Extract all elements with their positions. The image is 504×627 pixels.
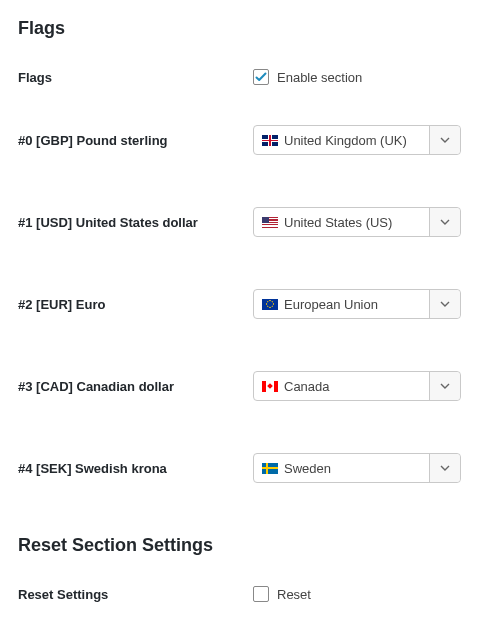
chevron-down-icon[interactable] — [430, 208, 460, 236]
us-flag-icon — [262, 217, 278, 228]
enable-section-checkbox-wrap[interactable]: Enable section — [253, 69, 362, 85]
country-select[interactable]: Sweden — [253, 453, 461, 483]
country-select-value: Sweden — [254, 454, 430, 482]
chevron-down-icon[interactable] — [430, 454, 460, 482]
enable-section-checkbox-label: Enable section — [277, 70, 362, 85]
currency-row-label: #2 [EUR] Euro — [18, 297, 253, 312]
country-select-value: United Kingdom (UK) — [254, 126, 430, 154]
chevron-down-icon[interactable] — [430, 126, 460, 154]
reset-settings-row: Reset Settings Reset — [18, 586, 486, 602]
country-select-text: United Kingdom (UK) — [284, 133, 407, 148]
country-select[interactable]: European Union — [253, 289, 461, 319]
ca-flag-icon — [262, 381, 278, 392]
country-select-value: European Union — [254, 290, 430, 318]
country-select-text: United States (US) — [284, 215, 392, 230]
country-select-text: European Union — [284, 297, 378, 312]
country-select[interactable]: Canada — [253, 371, 461, 401]
enable-section-checkbox[interactable] — [253, 69, 269, 85]
currency-row: #3 [CAD] Canadian dollarCanada — [18, 371, 486, 401]
reset-heading: Reset Section Settings — [18, 535, 486, 556]
se-flag-icon — [262, 463, 278, 474]
country-select-value: United States (US) — [254, 208, 430, 236]
currency-row: #0 [GBP] Pound sterlingUnited Kingdom (U… — [18, 125, 486, 155]
enable-section-row: Flags Enable section — [18, 69, 486, 85]
country-select[interactable]: United Kingdom (UK) — [253, 125, 461, 155]
check-icon — [255, 71, 267, 83]
reset-checkbox-label: Reset — [277, 587, 311, 602]
currency-row-label: #3 [CAD] Canadian dollar — [18, 379, 253, 394]
currency-row: #4 [SEK] Swedish kronaSweden — [18, 453, 486, 483]
reset-checkbox-wrap[interactable]: Reset — [253, 586, 311, 602]
reset-settings-label: Reset Settings — [18, 587, 253, 602]
currency-row-label: #0 [GBP] Pound sterling — [18, 133, 253, 148]
currency-row-label: #4 [SEK] Swedish krona — [18, 461, 253, 476]
reset-checkbox[interactable] — [253, 586, 269, 602]
uk-flag-icon — [262, 135, 278, 146]
country-select-text: Sweden — [284, 461, 331, 476]
enable-section-label: Flags — [18, 70, 253, 85]
currency-row: #2 [EUR] EuroEuropean Union — [18, 289, 486, 319]
chevron-down-icon[interactable] — [430, 372, 460, 400]
country-select-text: Canada — [284, 379, 330, 394]
country-select[interactable]: United States (US) — [253, 207, 461, 237]
chevron-down-icon[interactable] — [430, 290, 460, 318]
eu-flag-icon — [262, 299, 278, 310]
currency-row: #1 [USD] United States dollarUnited Stat… — [18, 207, 486, 237]
currency-row-label: #1 [USD] United States dollar — [18, 215, 253, 230]
flags-heading: Flags — [18, 18, 486, 39]
country-select-value: Canada — [254, 372, 430, 400]
